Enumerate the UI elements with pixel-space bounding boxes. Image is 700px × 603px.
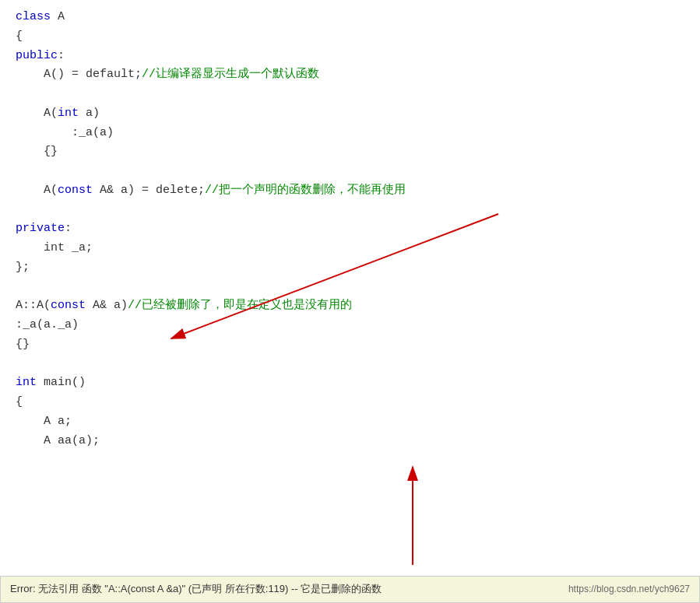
code-line: [16, 278, 684, 297]
code-line: {}: [16, 335, 684, 355]
code-line: A::A(const A& a)//已经被删除了，即是在定义也是没有用的: [16, 296, 684, 316]
code-lines: class A{public: A() = default;//让编译器显示生成…: [16, 8, 684, 450]
code-line: A(int a): [16, 104, 684, 124]
code-line: {}: [16, 142, 684, 162]
code-line: class A: [16, 8, 684, 27]
code-line: {: [16, 393, 684, 412]
code-line: public:: [16, 47, 684, 66]
code-line: int main(): [16, 373, 684, 393]
code-line: :_a(a._a): [16, 316, 684, 335]
code-line: private:: [16, 219, 684, 239]
code-line: A() = default;//让编译器显示生成一个默认函数: [16, 65, 684, 85]
error-text: Error: 无法引用 函数 "A::A(const A &a)" (已声明 所…: [10, 581, 382, 598]
code-line: A aa(a);: [16, 432, 684, 451]
code-line: A a;: [16, 412, 684, 432]
code-line: [16, 355, 684, 374]
error-tooltip: Error: 无法引用 函数 "A::A(const A &a)" (已声明 所…: [0, 576, 700, 603]
code-area: class A{public: A() = default;//让编译器显示生成…: [0, 0, 700, 603]
code-line: };: [16, 258, 684, 278]
code-line: A(const A& a) = delete;//把一个声明的函数删除，不能再使…: [16, 181, 684, 201]
code-line: int _a;: [16, 239, 684, 258]
code-line: :_a(a): [16, 124, 684, 143]
code-line: [16, 201, 684, 220]
code-line: [16, 85, 684, 104]
error-url: https://blog.csdn.net/ych9627: [568, 582, 690, 597]
code-line: [16, 162, 684, 181]
code-line: {: [16, 27, 684, 47]
